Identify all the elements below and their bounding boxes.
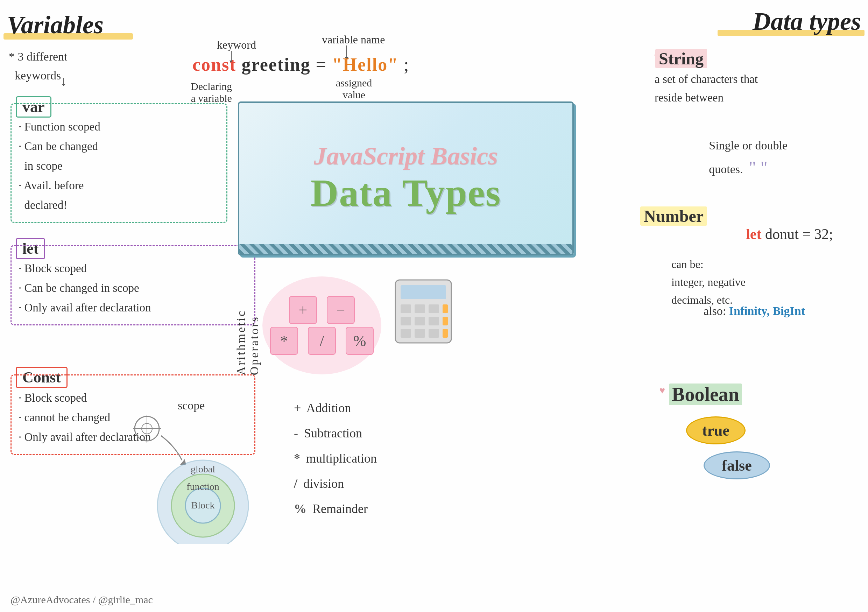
op-addition: + Addition — [294, 395, 377, 421]
keywords-bullet: * 3 different keywords — [9, 47, 67, 85]
op-division: / division — [294, 471, 377, 496]
calculator-icon — [392, 276, 455, 348]
svg-rect-7 — [415, 317, 425, 325]
page: Variables Data types * 3 different keywo… — [0, 0, 868, 612]
svg-rect-4 — [429, 304, 439, 313]
op-multiplication: * multiplication — [294, 446, 377, 471]
svg-text:global: global — [191, 464, 215, 474]
boolean-true-badge: true — [686, 417, 746, 445]
center-box-stripe — [239, 244, 572, 254]
center-title-data: Data Types — [311, 171, 501, 215]
datatypes-title: Data types — [753, 7, 861, 36]
arith-minus: − — [327, 296, 355, 324]
number-infinity: Infinity, BigInt — [729, 304, 805, 318]
code-value: "Hello" — [332, 54, 398, 74]
var-items: · Function scoped · Can be changed in sc… — [19, 117, 219, 215]
arithmetic-box: + − * / % — [262, 276, 381, 374]
number-code-text: donut = 32; — [765, 226, 833, 242]
arith-divide: / — [308, 327, 336, 355]
svg-rect-12 — [429, 329, 439, 338]
svg-rect-8 — [429, 317, 439, 325]
variables-title: Variables — [7, 11, 104, 40]
scope-diagram: global function Block — [119, 411, 252, 544]
svg-rect-1 — [401, 285, 446, 299]
let-items: · Block scoped · Can be changed in scope… — [19, 259, 247, 318]
boolean-heart-icon: ♥ — [659, 385, 665, 396]
svg-rect-9 — [443, 317, 448, 325]
arith-modulo: % — [346, 327, 374, 355]
string-quotes-label: Single or doublequotes. " " — [709, 136, 787, 181]
boolean-title: Boolean — [669, 383, 742, 406]
assigned-label: assignedvalue — [336, 77, 372, 101]
code-varname: greeting — [242, 54, 316, 74]
op-subtraction: - Subtraction — [294, 421, 377, 446]
svg-rect-6 — [401, 317, 411, 325]
op-remainder: % Remainder — [294, 496, 377, 521]
number-code: let donut = 32; — [746, 226, 833, 242]
string-title: String — [655, 49, 707, 68]
var-box: · Function scoped · Can be changed in sc… — [11, 103, 228, 223]
code-equals: = — [316, 54, 332, 74]
arith-multiply: * — [270, 327, 298, 355]
number-title: Number — [640, 206, 707, 226]
scope-label: scope — [178, 399, 205, 412]
svg-rect-2 — [401, 304, 411, 313]
svg-rect-10 — [401, 329, 411, 338]
center-box: JavaScript Basics Data Types — [238, 101, 574, 256]
svg-rect-3 — [415, 304, 425, 313]
footer-text: @AzureAdvocates / @girlie_mac — [11, 594, 153, 606]
number-let-keyword: let — [746, 226, 761, 242]
string-desc: a set of characters thatreside between — [654, 70, 847, 107]
arith-row-2: * / % — [270, 327, 374, 355]
declaring-label: Declaringa variable — [191, 81, 232, 104]
center-title-script: JavaScript Basics — [314, 142, 498, 171]
svg-rect-5 — [443, 304, 448, 313]
arith-plus: + — [289, 296, 317, 324]
svg-text:Block: Block — [191, 500, 215, 511]
svg-text:function: function — [186, 481, 219, 492]
code-semi: ; — [404, 54, 409, 74]
number-can-be: can be:integer, negativedecimals, etc. — [671, 256, 746, 309]
number-also: also: Infinity, BigInt — [704, 304, 805, 318]
keyword-label: keyword — [217, 39, 256, 51]
code-example: const greeting = "Hello" ; — [192, 54, 410, 75]
svg-rect-11 — [415, 329, 425, 338]
code-const: const — [192, 54, 237, 74]
arithmetic-label: ArithmeticOperators — [234, 310, 261, 375]
let-box: · Block scoped · Can be changed in scope… — [11, 245, 256, 325]
operations-list: + Addition - Subtraction * multiplicatio… — [294, 395, 377, 521]
arith-row-1: + − — [289, 296, 355, 324]
boolean-false-badge: false — [704, 451, 770, 479]
boolean-title-text: Boolean — [669, 384, 742, 405]
arrow-down-var: ↓ — [60, 73, 67, 89]
svg-rect-13 — [443, 329, 448, 338]
varname-label: variable name — [322, 33, 385, 46]
